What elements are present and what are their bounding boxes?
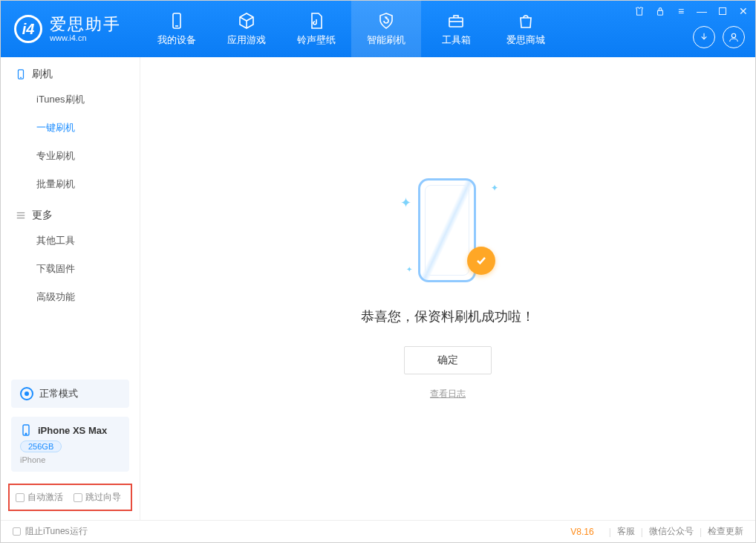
sidebar-section-more: 更多	[1, 198, 140, 227]
sidebar-item-itunes-flash[interactable]: iTunes刷机	[1, 85, 140, 114]
lock-icon[interactable]	[654, 5, 666, 17]
maximize-icon[interactable]	[717, 5, 729, 17]
version-label: V8.16	[570, 527, 593, 537]
svg-rect-5	[720, 8, 726, 15]
tab-apps-games[interactable]: 应用游戏	[212, 1, 281, 57]
check-badge-icon	[467, 247, 495, 275]
device-capacity: 256GB	[20, 440, 62, 452]
sidebar-item-pro-flash[interactable]: 专业刷机	[1, 142, 140, 170]
sidebar: 刷机 iTunes刷机 一键刷机 专业刷机 批量刷机 更多 其他工具 下载固件 …	[1, 57, 140, 520]
shirt-icon[interactable]	[633, 5, 645, 17]
svg-rect-4	[658, 10, 663, 15]
checkbox-auto-activate[interactable]: 自动激活	[16, 491, 63, 504]
music-file-icon	[307, 11, 326, 30]
tab-toolbox[interactable]: 工具箱	[421, 1, 491, 57]
device-type: iPhone	[20, 455, 45, 464]
device-icon	[16, 69, 26, 79]
app-subtitle: www.i4.cn	[50, 33, 121, 42]
success-illustration: ✦ ✦ ✦	[396, 177, 500, 288]
window-controls: ≡ — ✕	[633, 5, 749, 17]
phone-illustration-icon	[418, 178, 476, 282]
mode-panel[interactable]: 正常模式	[11, 380, 129, 408]
sparkle-icon: ✦	[400, 195, 411, 211]
flash-options-highlighted: 自动激活 跳过向导	[8, 484, 132, 511]
sidebar-item-batch-flash[interactable]: 批量刷机	[1, 170, 140, 198]
checkbox-block-itunes[interactable]: 阻止iTunes运行	[13, 525, 88, 538]
sparkle-icon: ✦	[406, 265, 412, 273]
svg-rect-2	[449, 18, 463, 27]
tab-store[interactable]: 爱思商城	[491, 1, 561, 57]
tab-smart-flash[interactable]: 智能刷机	[351, 1, 421, 57]
sidebar-item-advanced[interactable]: 高级功能	[1, 283, 140, 311]
list-icon	[16, 210, 26, 221]
briefcase-icon	[446, 11, 466, 30]
logo: i4 爱思助手 www.i4.cn	[1, 15, 134, 43]
minimize-icon[interactable]: —	[696, 5, 708, 17]
app-title: 爱思助手	[50, 16, 121, 33]
status-bar: 阻止iTunes运行 V8.16 | 客服 | 微信公众号 | 检查更新	[1, 520, 755, 542]
bag-icon	[516, 11, 535, 30]
ok-button[interactable]: 确定	[404, 346, 492, 374]
user-button[interactable]	[723, 26, 745, 48]
phone-icon	[167, 11, 186, 30]
app-header: i4 爱思助手 www.i4.cn 我的设备 应用游戏 铃声壁纸 智能刷机 工具…	[1, 1, 755, 57]
header-round-buttons	[693, 26, 745, 48]
success-message: 恭喜您，保资料刷机成功啦！	[361, 308, 535, 325]
footer-link-check-update[interactable]: 检查更新	[708, 525, 743, 538]
footer-link-wechat[interactable]: 微信公众号	[649, 525, 694, 538]
download-button[interactable]	[693, 26, 715, 48]
sidebar-section-flash: 刷机	[1, 57, 140, 85]
main-content: ✦ ✦ ✦ 恭喜您，保资料刷机成功啦！ 确定 查看日志	[140, 57, 755, 520]
shield-refresh-icon	[377, 11, 396, 30]
logo-icon: i4	[14, 15, 42, 43]
mode-label: 正常模式	[39, 387, 78, 400]
svg-point-6	[731, 33, 735, 37]
tab-my-device[interactable]: 我的设备	[142, 1, 212, 57]
footer-link-support[interactable]: 客服	[617, 525, 635, 538]
sidebar-item-oneclick-flash[interactable]: 一键刷机	[1, 114, 140, 142]
cube-icon	[237, 11, 256, 30]
device-phone-icon	[20, 424, 32, 436]
menu-icon[interactable]: ≡	[675, 5, 687, 17]
device-name: iPhone XS Max	[38, 425, 107, 436]
svg-point-13	[25, 433, 27, 435]
top-tabs: 我的设备 应用游戏 铃声壁纸 智能刷机 工具箱 爱思商城	[142, 1, 561, 57]
mode-icon	[20, 387, 33, 400]
sidebar-item-download-firmware[interactable]: 下载固件	[1, 255, 140, 283]
view-log-link[interactable]: 查看日志	[430, 388, 466, 400]
checkbox-skip-guide[interactable]: 跳过向导	[74, 491, 121, 504]
close-icon[interactable]: ✕	[737, 5, 749, 17]
sparkle-icon: ✦	[491, 183, 498, 193]
tab-ringtones-wallpapers[interactable]: 铃声壁纸	[281, 1, 351, 57]
sidebar-item-other-tools[interactable]: 其他工具	[1, 227, 140, 255]
device-panel[interactable]: iPhone XS Max 256GB iPhone	[11, 417, 129, 472]
